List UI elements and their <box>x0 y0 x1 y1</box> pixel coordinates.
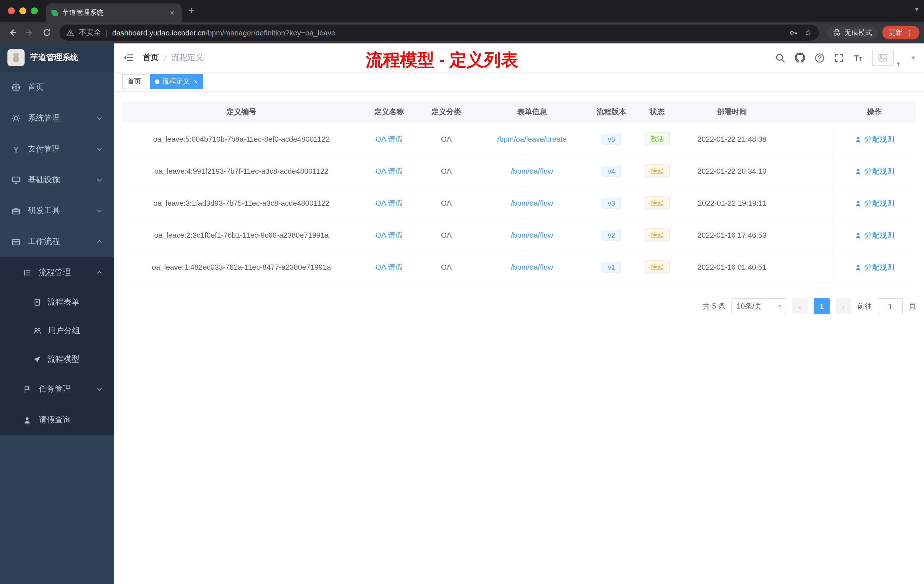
sidebar-item-devtools[interactable]: 研发工具 <box>0 195 114 226</box>
definition-id: oa_leave:5:004b710b-7b8a-11ec-8ef0-acde4… <box>122 135 361 144</box>
sidebar-item-home[interactable]: 首页 <box>0 72 114 103</box>
deploy-time: 2022-01-22 21:48:38 <box>681 135 784 144</box>
form-link[interactable]: /bpm/oa/flow <box>511 231 553 239</box>
page-title-annotation: 流程模型 - 定义列表 <box>366 49 518 72</box>
assign-rule-link[interactable]: 分配规则 <box>855 198 894 208</box>
minimize-window-button[interactable] <box>20 7 26 14</box>
header-edge-chevron-icon[interactable]: ▾ <box>911 54 915 62</box>
status-badge: 挂起 <box>645 196 670 210</box>
definition-name-link[interactable]: OA 请假 <box>375 167 403 175</box>
definition-id: oa_leave:1:482ec033-762a-11ec-8477-a2380… <box>122 263 361 271</box>
sidebar-item-process-form[interactable]: 流程表单 <box>0 288 114 317</box>
sidebar-item-task-management[interactable]: 任务管理 <box>0 374 114 404</box>
sidebar-item-user-group[interactable]: 用户分组 <box>0 317 114 345</box>
chevron-down-icon <box>96 115 103 122</box>
user-avatar[interactable]: ▾ <box>872 50 894 66</box>
definition-category: OA <box>418 199 475 208</box>
sidebar-collapse-icon[interactable] <box>124 53 134 62</box>
definition-name-link[interactable]: OA 请假 <box>375 199 403 207</box>
dashboard-icon <box>12 83 21 92</box>
definition-id: oa_leave:4:991f2193-7b7f-11ec-a3c8-acde4… <box>122 167 361 175</box>
chevron-up-icon <box>96 238 103 245</box>
prev-page-button[interactable]: ‹ <box>792 298 808 314</box>
tag-label: 流程定义 <box>162 77 190 86</box>
tag-process-definition[interactable]: 流程定义 × <box>150 74 203 89</box>
assign-rule-link[interactable]: 分配规则 <box>855 134 894 144</box>
app-logo-row[interactable]: 芋道管理系统 <box>0 43 114 72</box>
font-size-icon[interactable]: TT <box>854 53 862 62</box>
github-icon[interactable] <box>795 53 805 63</box>
chevron-up-icon <box>96 269 103 276</box>
assign-rule-link[interactable]: 分配规则 <box>855 166 894 176</box>
browser-tab[interactable]: 芋道管理系统 × <box>46 3 182 22</box>
page-size-select[interactable]: 10条/页 ▾ <box>731 298 786 314</box>
breadcrumb-home[interactable]: 首页 <box>143 53 159 63</box>
form-link[interactable]: /bpm/oa/flow <box>511 199 553 208</box>
active-tag-dot <box>155 79 159 84</box>
tab-search-chevron-icon[interactable]: ▾ <box>915 6 918 13</box>
sidebar-item-system[interactable]: 系统管理 <box>0 103 114 134</box>
goto-page-input[interactable] <box>878 298 903 314</box>
app-logo-avatar <box>7 49 25 66</box>
form-link[interactable]: /bpm/oa/flow <box>511 263 553 271</box>
next-page-button[interactable]: › <box>835 298 851 314</box>
definition-name-link[interactable]: OA 请假 <box>375 262 403 271</box>
column-header: 定义分类 <box>418 107 475 117</box>
definition-name-link[interactable]: OA 请假 <box>375 231 403 239</box>
sidebar-item-payment[interactable]: ¥ 支付管理 <box>0 134 114 165</box>
tag-label: 首页 <box>127 77 141 86</box>
tag-close-icon[interactable]: × <box>193 78 198 86</box>
tab-close-icon[interactable]: × <box>168 8 176 17</box>
assign-rule-link[interactable]: 分配规则 <box>855 262 894 272</box>
form-link[interactable]: /bpm/oa/flow <box>511 167 553 175</box>
sidebar-item-label: 任务管理 <box>39 384 89 394</box>
reload-icon[interactable] <box>39 25 55 41</box>
column-header: 状态 <box>634 107 681 117</box>
chevron-down-icon <box>96 146 103 153</box>
update-button[interactable]: 更新 ⋮ <box>882 26 919 40</box>
sidebar-item-leave-query[interactable]: 请假查询 <box>0 404 114 436</box>
status-badge: 挂起 <box>645 228 670 242</box>
definition-id: oa_leave:3:1fad3d93-7b75-11ec-a3c8-acde4… <box>122 199 361 208</box>
status-badge: 挂起 <box>645 164 670 178</box>
help-question-icon[interactable] <box>815 53 825 63</box>
incognito-badge: 无痕模式 <box>827 26 878 40</box>
sidebar-item-process-model[interactable]: 流程模型 <box>0 345 114 374</box>
definition-name-link[interactable]: OA 请假 <box>375 135 403 143</box>
breadcrumb-separator: / <box>164 53 166 62</box>
sidebar-item-label: 基础设施 <box>28 175 89 185</box>
current-page-button[interactable]: 1 <box>814 298 830 314</box>
definition-table: 定义编号 定义名称 定义分类 表单信息 流程版本 状态 部署时间 操作 oa_l… <box>122 101 916 284</box>
forward-icon[interactable] <box>22 25 38 41</box>
close-window-button[interactable] <box>8 7 15 14</box>
version-badge: v2 <box>602 229 620 241</box>
workflow-submenu: 流程管理 流程表单 用户分组 流程模型 任务管理 <box>0 257 114 436</box>
content-area: 定义编号 定义名称 定义分类 表单信息 流程版本 状态 部署时间 操作 oa_l… <box>114 91 924 584</box>
assign-rule-link[interactable]: 分配规则 <box>855 230 894 240</box>
deploy-time: 2022-01-22 20:34:10 <box>681 167 784 175</box>
person-icon <box>23 416 31 424</box>
tag-home[interactable]: 首页 <box>122 74 146 89</box>
fullscreen-icon[interactable] <box>835 53 844 63</box>
menu-kebab-icon[interactable]: ⋮ <box>906 28 913 37</box>
form-link[interactable]: /bpm/oa/leave/create <box>497 135 567 144</box>
assign-rule-label: 分配规则 <box>865 134 894 144</box>
sidebar-item-workflow[interactable]: 工作流程 <box>0 226 114 257</box>
maximize-window-button[interactable] <box>31 7 38 14</box>
search-icon[interactable] <box>776 53 785 63</box>
address-bar[interactable]: 不安全 | dashboard.yudao.iocoder.cn/bpm/man… <box>59 25 819 41</box>
new-tab-button[interactable]: + <box>182 3 201 22</box>
sidebar-item-process-management[interactable]: 流程管理 <box>0 257 114 288</box>
paper-plane-icon <box>33 355 41 363</box>
favicon <box>51 10 58 16</box>
bookmark-star-icon[interactable]: ☆ <box>804 27 812 38</box>
sidebar-item-infrastructure[interactable]: 基础设施 <box>0 165 114 195</box>
back-icon[interactable] <box>5 25 21 41</box>
sidebar-item-label: 首页 <box>28 82 103 92</box>
url-text: dashboard.yudao.iocoder.cn/bpm/manager/d… <box>112 28 335 37</box>
avatar-dropdown-caret-icon[interactable]: ▾ <box>897 60 900 68</box>
password-key-icon[interactable] <box>789 28 797 37</box>
sidebar-item-label: 用户分组 <box>48 326 103 336</box>
sidebar-item-label: 流程模型 <box>48 354 103 365</box>
definition-category: OA <box>418 135 475 144</box>
